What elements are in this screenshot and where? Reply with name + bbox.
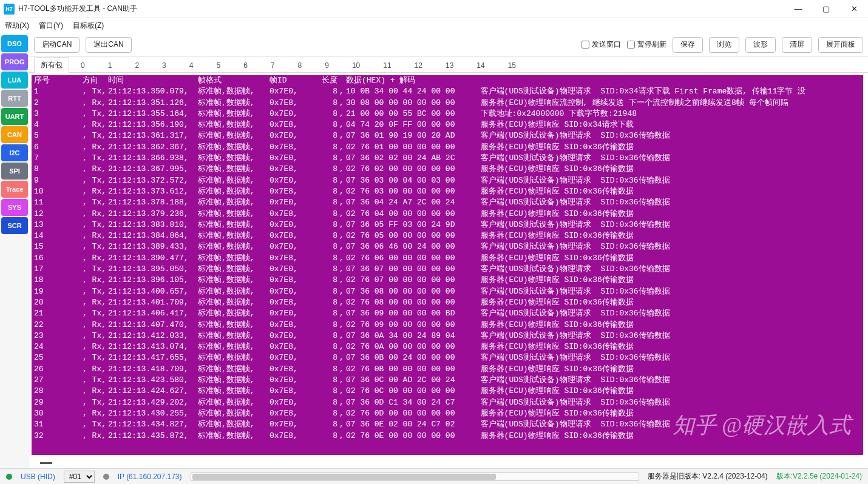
table-row[interactable]: 3, Tx,21:12:13.355.164,标准帧,数据帧,0x7E0,8,2… [32, 109, 863, 119]
sidebar-item-lua[interactable]: LUA [1, 72, 28, 89]
tab-8[interactable]: 8 [287, 58, 314, 72]
table-row[interactable]: 31, Tx,21:12:13.434.827,标准帧,数据帧,0x7E0,8,… [32, 419, 863, 430]
sidebar: DSOPROGLUARTTUARTCANI2CSPITraceSYSSCR [0, 33, 29, 468]
sidebar-item-dso[interactable]: DSO [1, 35, 28, 52]
table-row[interactable]: 25, Tx,21:12:13.417.655,标准帧,数据帧,0x7E0,8,… [32, 352, 863, 363]
table-row[interactable]: 13, Tx,21:12:13.383.810,标准帧,数据帧,0x7E0,8,… [32, 220, 863, 230]
sidebar-item-i2c[interactable]: I2C [1, 144, 28, 161]
tab-13[interactable]: 13 [434, 58, 465, 72]
sidebar-item-rtt[interactable]: RTT [1, 90, 28, 107]
table-row[interactable]: 19, Tx,21:12:13.400.657,标准帧,数据帧,0x7E0,8,… [32, 286, 863, 297]
port-select[interactable]: #01 [64, 471, 95, 483]
table-row[interactable]: 10, Rx,21:12:13.373.612,标准帧,数据帧,0x7E8,8,… [32, 186, 863, 197]
expand-panel-button[interactable]: 展开面板 [818, 37, 863, 53]
tab-10[interactable]: 10 [341, 58, 371, 72]
start-can-button[interactable]: 启动CAN [34, 37, 80, 53]
table-row[interactable]: 12, Rx,21:12:13.379.236,标准帧,数据帧,0x7E8,8,… [32, 209, 863, 220]
table-row[interactable]: 8, Rx,21:12:13.367.995,标准帧,数据帧,0x7E8,8,0… [32, 164, 863, 175]
sidebar-item-scr[interactable]: SCR [1, 217, 28, 234]
ip-label: IP (61.160.207.173) [118, 472, 182, 481]
titlebar: H7 H7-TOOL多功能开发工具 - CAN助手 — ▢ ✕ [0, 0, 868, 18]
sidebar-item-sys[interactable]: SYS [1, 199, 28, 216]
col-seq: 序号 [34, 75, 83, 86]
filter-tabs: 所有包 0123456789101112131415 [29, 57, 868, 73]
toolbar: 启动CAN 退出CAN 发送窗口 暂停刷新 保存 浏览 波形 清屏 展开面板 [29, 33, 868, 57]
statusbar: USB (HID) #01 IP (61.160.207.173) 服务器是旧版… [0, 468, 868, 484]
table-row[interactable]: 16, Rx,21:12:13.390.477,标准帧,数据帧,0x7E8,8,… [32, 253, 863, 264]
save-button[interactable]: 保存 [673, 37, 703, 53]
menubar: 帮助(X) 窗口(Y) 目标板(Z) [0, 18, 868, 33]
tab-12[interactable]: 12 [403, 58, 434, 72]
maximize-button[interactable]: ▢ [812, 0, 840, 18]
footer-strip [32, 457, 863, 468]
client-version: 版本:V2.2.5e (2024-01-24) [776, 471, 862, 482]
table-row[interactable]: 22, Rx,21:12:13.407.470,标准帧,数据帧,0x7E8,8,… [32, 320, 863, 331]
table-row[interactable]: 29, Tx,21:12:13.429.202,标准帧,数据帧,0x7E0,8,… [32, 397, 863, 408]
table-row[interactable]: 32, Rx,21:12:13.435.872,标准帧,数据帧,0x7E8,8,… [32, 431, 863, 442]
table-row[interactable]: 28, Rx,21:12:13.424.627,标准帧,数据帧,0x7E8,8,… [32, 386, 863, 397]
tab-1[interactable]: 1 [97, 58, 124, 72]
window-title: H7-TOOL多功能开发工具 - CAN助手 [18, 4, 784, 14]
table-row[interactable]: 21, Tx,21:12:13.406.417,标准帧,数据帧,0x7E0,8,… [32, 308, 863, 319]
tab-14[interactable]: 14 [465, 58, 496, 72]
col-id: 帧ID [270, 75, 319, 86]
tab-0[interactable]: 0 [69, 58, 97, 72]
table-row[interactable]: 27, Tx,21:12:13.423.580,标准帧,数据帧,0x7E0,8,… [32, 375, 863, 386]
wave-button[interactable]: 波形 [745, 37, 776, 53]
grid-header: 序号 方向 时间 帧格式 帧ID 长度 数据(HEX) + 解码 [32, 75, 863, 86]
tab-3[interactable]: 3 [151, 58, 178, 72]
pause-refresh-checkbox[interactable]: 暂停刷新 [627, 39, 666, 50]
ip-status-icon [103, 474, 109, 480]
minimize-button[interactable]: — [784, 0, 812, 18]
table-row[interactable]: 2, Rx,21:12:13.351.126,标准帧,数据帧,0x7E8,8,3… [32, 98, 863, 109]
col-fmt: 帧格式 [198, 75, 270, 86]
col-len: 长度 [319, 75, 337, 86]
sidebar-item-spi[interactable]: SPI [1, 163, 28, 180]
stop-can-button[interactable]: 退出CAN [86, 37, 131, 53]
sidebar-item-trace[interactable]: Trace [1, 181, 28, 198]
table-row[interactable]: 5, Tx,21:12:13.361.317,标准帧,数据帧,0x7E0,8,0… [32, 130, 863, 141]
table-row[interactable]: 14, Rx,21:12:13.384.864,标准帧,数据帧,0x7E8,8,… [32, 230, 863, 241]
usb-label: USB (HID) [21, 472, 55, 481]
tab-9[interactable]: 9 [313, 58, 341, 72]
table-row[interactable]: 6, Rx,21:12:13.362.367,标准帧,数据帧,0x7E8,8,0… [32, 142, 863, 153]
tab-15[interactable]: 15 [497, 58, 527, 72]
browse-button[interactable]: 浏览 [709, 37, 739, 53]
server-version: 服务器是旧版本: V2.2.4 (2023-12-04) [648, 471, 768, 482]
table-row[interactable]: 17, Tx,21:12:13.395.050,标准帧,数据帧,0x7E0,8,… [32, 264, 863, 275]
clear-button[interactable]: 清屏 [782, 37, 812, 53]
menu-window[interactable]: 窗口(Y) [39, 21, 63, 31]
table-row[interactable]: 1, Tx,21:12:13.350.079,标准帧,数据帧,0x7E0,8,1… [32, 86, 863, 97]
sidebar-item-prog[interactable]: PROG [1, 53, 28, 70]
col-dir: 方向 [83, 75, 108, 86]
menu-help[interactable]: 帮助(X) [5, 21, 29, 31]
table-row[interactable]: 7, Tx,21:12:13.366.938,标准帧,数据帧,0x7E0,8,0… [32, 153, 863, 164]
sidebar-item-uart[interactable]: UART [1, 108, 28, 125]
sidebar-item-can[interactable]: CAN [1, 126, 28, 143]
table-row[interactable]: 30, Rx,21:12:13.430.255,标准帧,数据帧,0x7E8,8,… [32, 408, 863, 419]
menu-target[interactable]: 目标板(Z) [73, 21, 104, 31]
tab-all[interactable]: 所有包 [34, 57, 69, 73]
tab-11[interactable]: 11 [371, 58, 402, 72]
send-window-checkbox[interactable]: 发送窗口 [581, 39, 621, 50]
tab-2[interactable]: 2 [123, 58, 151, 72]
table-row[interactable]: 26, Rx,21:12:13.418.709,标准帧,数据帧,0x7E8,8,… [32, 364, 863, 375]
tab-4[interactable]: 4 [178, 58, 205, 72]
col-hex: 数据(HEX) + 解码 [346, 75, 471, 86]
table-row[interactable]: 24, Rx,21:12:13.413.074,标准帧,数据帧,0x7E8,8,… [32, 341, 863, 352]
col-time: 时间 [108, 75, 198, 86]
table-row[interactable]: 23, Tx,21:12:13.412.033,标准帧,数据帧,0x7E0,8,… [32, 331, 863, 341]
close-button[interactable]: ✕ [840, 0, 868, 18]
table-row[interactable]: 4, Rx,21:12:13.356.190,标准帧,数据帧,0x7E8,8,0… [32, 119, 863, 130]
app-icon: H7 [4, 4, 15, 15]
tab-6[interactable]: 6 [232, 58, 259, 72]
usb-status-icon [6, 474, 12, 480]
tab-5[interactable]: 5 [205, 58, 232, 72]
table-row[interactable]: 20, Rx,21:12:13.401.709,标准帧,数据帧,0x7E8,8,… [32, 297, 863, 308]
hscrollbar[interactable] [191, 472, 639, 481]
table-row[interactable]: 11, Tx,21:12:13.378.188,标准帧,数据帧,0x7E0,8,… [32, 197, 863, 208]
table-row[interactable]: 18, Rx,21:12:13.396.105,标准帧,数据帧,0x7E8,8,… [32, 275, 863, 286]
table-row[interactable]: 9, Tx,21:12:13.372.572,标准帧,数据帧,0x7E0,8,0… [32, 175, 863, 186]
tab-7[interactable]: 7 [259, 58, 287, 72]
table-row[interactable]: 15, Tx,21:12:13.389.433,标准帧,数据帧,0x7E0,8,… [32, 241, 863, 252]
